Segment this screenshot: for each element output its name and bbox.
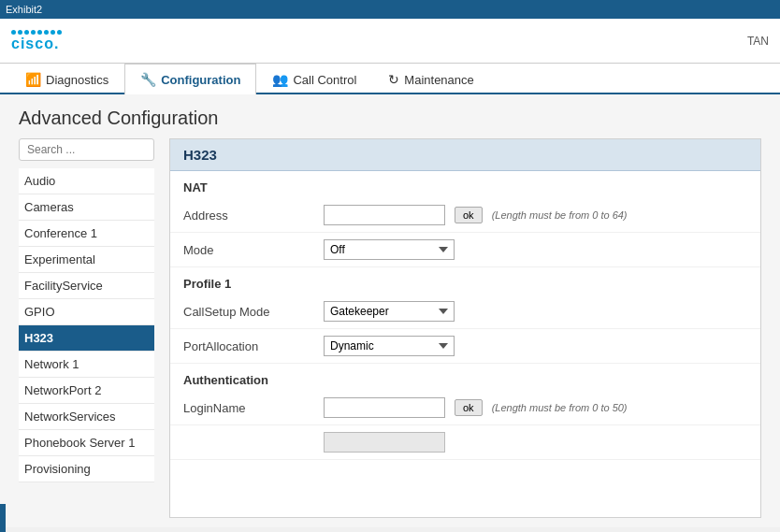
header: cisco. TAN (0, 19, 780, 64)
address-label: Address (183, 208, 314, 223)
content-layout: Audio Cameras Conference 1 Experimental … (0, 138, 780, 527)
portallocation-label: PortAllocation (183, 339, 314, 353)
profile-section-label: Profile 1 (170, 267, 760, 295)
diagnostics-icon: 📶 (25, 72, 41, 87)
sidebar-item-provisioning[interactable]: Provisioning (19, 456, 154, 482)
main-content: Advanced Configuration Audio Cameras Con… (0, 94, 780, 527)
blue-indicator-bar (0, 504, 6, 532)
sidebar-item-cameras[interactable]: Cameras (19, 194, 154, 221)
sidebar-item-experimental[interactable]: Experimental (19, 247, 154, 273)
auth-section-label: Authentication (170, 364, 760, 391)
tab-diagnostics[interactable]: 📶 Diagnostics (9, 64, 124, 94)
cisco-logo: cisco. (11, 30, 62, 52)
nat-section-label: NAT (170, 171, 760, 198)
sidebar-item-phonebook[interactable]: Phonebook Server 1 (19, 430, 154, 456)
loginname-label: LoginName (183, 401, 314, 415)
title-bar: Exhibit2 (0, 0, 780, 19)
sidebar-item-network1[interactable]: Network 1 (19, 352, 154, 378)
address-hint: (Length must be from 0 to 64) (492, 209, 628, 221)
mode-row: Mode Off On Auto (170, 233, 760, 267)
page-area: Advanced Configuration Audio Cameras Con… (0, 94, 780, 527)
sidebar-item-networkport2[interactable]: NetworkPort 2 (19, 378, 154, 404)
sidebar-item-audio[interactable]: Audio (19, 168, 154, 194)
sidebar-item-facilityservice[interactable]: FacilityService (19, 273, 154, 299)
portallocation-row: PortAllocation Dynamic Static (170, 329, 760, 364)
sidebar-item-gpio[interactable]: GPIO (19, 299, 154, 325)
loginname-hint: (Length must be from 0 to 50) (492, 402, 628, 413)
sidebar-item-h323[interactable]: H323 (19, 325, 154, 352)
address-input[interactable] (324, 205, 445, 225)
address-row: Address ok (Length must be from 0 to 64) (170, 198, 760, 233)
cisco-dots (11, 30, 62, 35)
sidebar-item-networkservices[interactable]: NetworkServices (19, 404, 154, 430)
sidebar-item-conference1[interactable]: Conference 1 (19, 221, 154, 247)
panel-title: H323 (170, 139, 760, 171)
address-ok-button[interactable]: ok (455, 207, 483, 223)
loginname-row: LoginName ok (Length must be from 0 to 5… (170, 391, 760, 425)
maintenance-icon: ↻ (388, 72, 399, 87)
search-input[interactable] (19, 138, 154, 161)
cisco-text: cisco. (11, 36, 59, 52)
tab-call-control[interactable]: 👥 Call Control (256, 64, 372, 94)
mode-select[interactable]: Off On Auto (324, 239, 455, 260)
callsetup-select[interactable]: Gatekeeper Direct (324, 301, 455, 322)
configuration-icon: 🔧 (140, 72, 156, 87)
portallocation-select[interactable]: Dynamic Static (324, 336, 455, 356)
callsetup-label: CallSetup Mode (183, 305, 314, 319)
callcontrol-icon: 👥 (272, 72, 288, 87)
loginname-ok-button[interactable]: ok (455, 399, 483, 416)
tab-configuration[interactable]: 🔧 Configuration (124, 64, 256, 94)
mode-label: Mode (183, 243, 314, 257)
nav-tabs: 📶 Diagnostics 🔧 Configuration 👥 Call Con… (0, 64, 780, 94)
tab-maintenance[interactable]: ↻ Maintenance (372, 64, 489, 94)
window-title: Exhibit2 (6, 4, 42, 15)
extra-row (170, 425, 760, 460)
sidebar: Audio Cameras Conference 1 Experimental … (19, 138, 154, 518)
callsetup-row: CallSetup Mode Gatekeeper Direct (170, 295, 760, 329)
loginname-input[interactable] (324, 397, 445, 418)
page-title-bar: Advanced Configuration (0, 94, 780, 138)
page-title: Advanced Configuration (19, 108, 761, 129)
right-panel: H323 NAT Address ok (Length must be from… (169, 138, 761, 518)
header-user: TAN (747, 35, 769, 48)
